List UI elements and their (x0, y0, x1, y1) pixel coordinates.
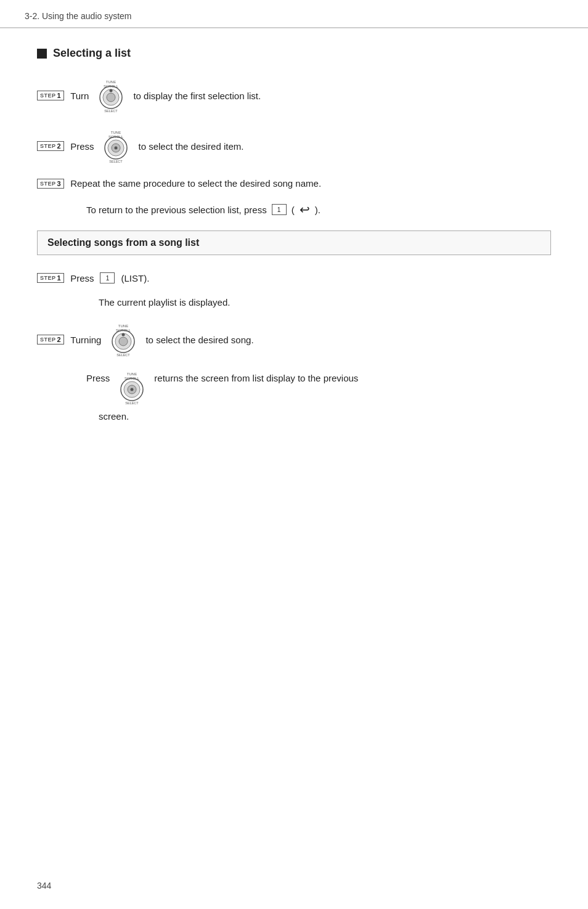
step2-suffix: to select the desired item. (138, 141, 243, 152)
s2-step2-suffix: to select the desired song. (145, 335, 253, 345)
svg-text:TUNE: TUNE (106, 80, 116, 84)
note-prefix: To return to the previous selection list… (86, 205, 267, 215)
s2-step1-suffix: (LIST). (121, 273, 149, 283)
back-arrow-icon: ↩ (300, 202, 310, 217)
breadcrumb: 3-2. Using the audio system (25, 11, 132, 21)
svg-text:TUNE: TUNE (118, 324, 128, 328)
page-number: 344 (37, 881, 51, 891)
step1-row: STEP 1 Turn TUNE SCROLL SELECT to displa… (37, 77, 551, 114)
s2-step1-row: STEP 1 Press 1 (LIST). (37, 272, 551, 283)
knob-icon-3: TUNE SCROLL SELECT (107, 321, 139, 358)
svg-text:SELECT: SELECT (110, 160, 123, 163)
svg-text:SELECT: SELECT (117, 353, 131, 357)
s2-list-button: 1 (100, 272, 115, 283)
page-header: 3-2. Using the audio system (0, 0, 588, 28)
s2-press-end: screen. (99, 410, 551, 424)
step3-row: STEP 3 Repeat the same procedure to sele… (37, 178, 551, 189)
step1-badge: STEP 1 (37, 91, 64, 100)
section2: Selecting songs from a song list STEP 1 … (37, 230, 551, 424)
black-square-icon (37, 49, 47, 59)
note-row-1: To return to the previous selection list… (86, 202, 551, 217)
section2-title-box: Selecting songs from a song list (37, 230, 551, 255)
step1-suffix: to display the first selection list. (133, 91, 261, 101)
s2-step1-sub: The current playlist is displayed. (99, 297, 551, 308)
svg-point-5 (110, 89, 113, 92)
s2-step1-badge: STEP 1 (37, 273, 64, 283)
knob-icon-2: TUNE SCROLL SELECT (100, 128, 132, 165)
step3-text: Repeat the same procedure to select the … (70, 178, 321, 189)
s2-press-row: Press TUNE SCROLL SELECT returns the scr… (86, 372, 551, 406)
svg-point-19 (122, 333, 125, 336)
svg-point-12 (115, 147, 118, 150)
step1-verb: Turn (70, 91, 89, 101)
note-close: ). (315, 205, 321, 215)
step2-row: STEP 2 Press TUNE SCROLL SELECT to selec… (37, 128, 551, 165)
svg-text:SELECT: SELECT (126, 401, 139, 405)
section2-title: Selecting songs from a song list (47, 237, 199, 248)
knob-icon-4: TUNE SCROLL SELECT (116, 369, 148, 406)
s2-step1-verb: Press (70, 273, 94, 283)
s2-step2-verb: Turning (70, 335, 101, 345)
section1-title: Selecting a list (37, 47, 551, 60)
page-content: Selecting a list STEP 1 Turn TUNE SCROLL… (0, 28, 588, 461)
section1: Selecting a list STEP 1 Turn TUNE SCROLL… (37, 47, 551, 217)
svg-text:TUNE: TUNE (127, 372, 137, 376)
svg-point-4 (107, 93, 115, 102)
s2-press-prefix: Press (86, 372, 110, 386)
step2-badge: STEP 2 (37, 141, 64, 151)
s2-press-suffix: returns the screen from list display to … (154, 372, 358, 386)
s2-step2-row: STEP 2 Turning TUNE SCROLL SELECT to sel… (37, 321, 551, 358)
step3-badge: STEP 3 (37, 179, 64, 189)
step2-verb: Press (70, 141, 94, 152)
svg-point-26 (131, 388, 134, 391)
s2-step2-badge: STEP 2 (37, 335, 64, 344)
svg-text:TUNE: TUNE (111, 131, 121, 134)
list-button-note: 1 (272, 204, 287, 215)
knob-icon-1: TUNE SCROLL SELECT (95, 77, 127, 114)
svg-text:SELECT: SELECT (105, 109, 118, 113)
svg-point-18 (119, 337, 128, 346)
note-paren: ( (292, 205, 295, 215)
